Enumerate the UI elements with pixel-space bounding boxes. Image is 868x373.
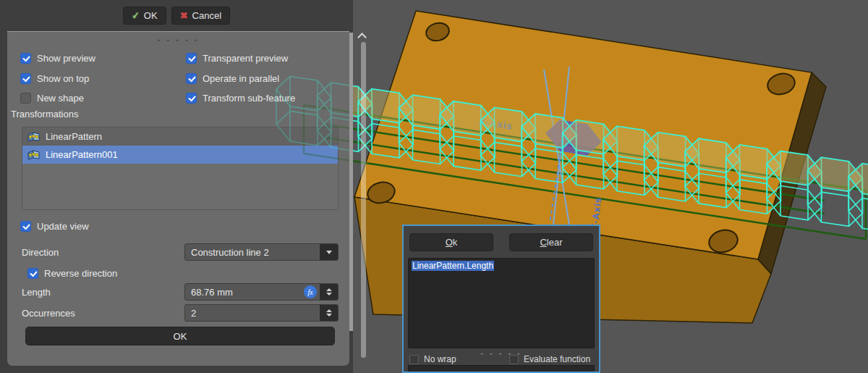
no-wrap-label: No wrap (424, 354, 456, 364)
show-preview-checkbox[interactable] (20, 53, 31, 64)
chevron-down-icon (326, 251, 332, 254)
popup-ok-label: Ok (446, 237, 458, 248)
evaluate-function-checkbox[interactable] (509, 355, 519, 364)
cancel-x-icon: ✖ (180, 10, 188, 21)
show-on-top-checkbox[interactable] (20, 73, 31, 84)
reverse-direction-label: Reverse direction (44, 268, 117, 279)
scroll-up-arrow-icon[interactable] (357, 32, 367, 41)
expression-editor-popup: Ok Clear LinearPattern.Length - - - - - … (402, 225, 600, 373)
list-item-linearpattern001[interactable]: LinearPattern001 (22, 146, 338, 164)
update-view-row: Update view (20, 220, 89, 232)
panel-scrollbar[interactable] (349, 33, 353, 331)
show-on-top-label: Show on top (37, 73, 89, 84)
operate-in-parallel-row: Operate in parallel (186, 72, 279, 85)
popup-ok-button[interactable]: Ok (409, 233, 493, 251)
update-view-label: Update view (37, 221, 89, 232)
occurrences-value: 2 (185, 308, 320, 319)
popup-clear-label: Clear (540, 237, 562, 248)
length-label: Length (22, 287, 51, 298)
cancel-button[interactable]: ✖ Cancel (171, 7, 230, 25)
transformations-label: Transformations (11, 109, 78, 120)
direction-label: Direction (22, 247, 59, 258)
linear-pattern-icon (27, 149, 40, 160)
length-spinner[interactable] (320, 284, 338, 300)
reverse-direction-row: Reverse direction (27, 267, 117, 280)
occurrences-input[interactable]: 2 (184, 304, 339, 322)
occurrences-label: Occurrences (22, 308, 75, 319)
occurrences-spinner[interactable] (320, 305, 338, 321)
transparent-preview-label: Transparent preview (203, 53, 288, 64)
direction-dropdown-button[interactable] (320, 244, 338, 260)
no-wrap-checkbox[interactable] (409, 355, 419, 364)
overlay-scrollbar-thumb[interactable] (361, 42, 366, 358)
task-dialog-buttons: ✔ OK ✖ Cancel (0, 0, 353, 31)
show-preview-label: Show preview (37, 53, 95, 64)
direction-combobox[interactable]: Construction line 2 (184, 243, 339, 261)
show-preview-row: Show preview (20, 52, 95, 64)
panel-ok-button[interactable]: OK (25, 327, 335, 345)
direction-value: Construction line 2 (185, 247, 320, 258)
transformations-list[interactable]: LinearPattern LinearPattern001 (22, 127, 339, 210)
linear-pattern-icon (27, 131, 40, 142)
new-shape-checkbox[interactable] (20, 93, 31, 104)
new-shape-label: New shape (37, 93, 84, 104)
expression-fx-icon[interactable]: fx (304, 285, 317, 298)
evaluate-function-label: Evaluate function (524, 354, 590, 364)
new-shape-row: New shape (20, 92, 84, 104)
operate-in-parallel-checkbox[interactable] (186, 73, 197, 84)
transparent-preview-row: Transparent preview (186, 52, 288, 64)
list-item-label: LinearPattern001 (46, 149, 118, 160)
expression-text-area[interactable]: LinearPattern.Length (408, 258, 595, 348)
popup-result-area (408, 365, 595, 372)
length-input[interactable]: 68.76 mm fx (184, 283, 339, 301)
spin-up-icon (326, 288, 332, 291)
popup-clear-button[interactable]: Clear (509, 233, 593, 251)
spin-down-icon (326, 293, 332, 296)
ok-check-icon: ✔ (131, 9, 140, 21)
spin-up-icon (326, 309, 332, 312)
ok-button[interactable]: ✔ OK (123, 7, 166, 25)
length-value: 68.76 mm (185, 287, 304, 298)
transparent-preview-checkbox[interactable] (186, 53, 197, 64)
evaluate-function-row: Evaluate function (509, 354, 590, 364)
ok-button-label: OK (144, 10, 158, 21)
transform-subfeature-row: Transform sub-feature (186, 92, 295, 104)
task-panel-area: ✔ OK ✖ Cancel - - - - - Show preview Tra… (0, 0, 353, 373)
no-wrap-row: No wrap (409, 354, 456, 364)
transform-subfeature-checkbox[interactable] (186, 93, 197, 104)
list-item-linearpattern[interactable]: LinearPattern (22, 127, 338, 146)
freecad-window: X-AxisY-Axis ✔ OK ✖ Cancel - - - - - Sho… (0, 0, 868, 373)
list-item-label: LinearPattern (46, 131, 102, 142)
cancel-button-label: Cancel (192, 10, 221, 21)
linear-pattern-task-panel: - - - - - Show preview Transparent previ… (7, 31, 349, 366)
spin-down-icon (326, 314, 332, 317)
update-view-checkbox[interactable] (20, 221, 31, 232)
splitter-handle[interactable]: - - - - - (158, 35, 200, 43)
expression-selected-text: LinearPattern.Length (412, 261, 494, 271)
show-on-top-row: Show on top (20, 72, 89, 85)
transform-subfeature-label: Transform sub-feature (203, 93, 295, 104)
operate-in-parallel-label: Operate in parallel (203, 73, 279, 84)
reverse-direction-checkbox[interactable] (27, 268, 38, 279)
